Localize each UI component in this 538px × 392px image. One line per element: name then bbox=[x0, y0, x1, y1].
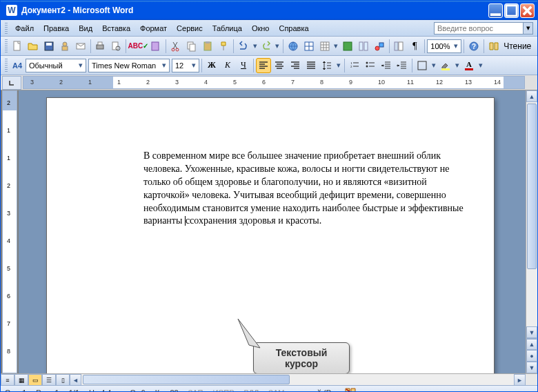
toolbar-grip-2[interactable] bbox=[5, 59, 8, 72]
scroll-up-button[interactable]: ▲ bbox=[526, 90, 537, 102]
menu-insert[interactable]: Вставка bbox=[97, 22, 135, 35]
new-doc-button[interactable] bbox=[10, 39, 25, 54]
select-browse-button[interactable]: ● bbox=[526, 350, 537, 362]
font-color-dropdown[interactable]: ▾ bbox=[477, 58, 484, 73]
copy-button[interactable] bbox=[184, 39, 199, 54]
highlight-button[interactable] bbox=[438, 58, 453, 73]
reading-layout-icon[interactable] bbox=[486, 39, 501, 54]
italic-button[interactable]: К bbox=[220, 58, 235, 73]
excel-button[interactable] bbox=[340, 39, 355, 54]
hscroll-track[interactable] bbox=[81, 374, 514, 385]
outline-view-button[interactable]: ☰ bbox=[42, 374, 56, 386]
font-color-button[interactable]: A bbox=[461, 58, 477, 73]
vscroll-thumb[interactable] bbox=[527, 104, 537, 269]
columns-button[interactable] bbox=[356, 39, 371, 54]
print-button[interactable] bbox=[92, 39, 108, 54]
scroll-left-button[interactable]: ◄ bbox=[70, 374, 81, 386]
align-justify-button[interactable] bbox=[303, 58, 319, 73]
borders-button[interactable] bbox=[415, 58, 430, 73]
menu-view[interactable]: Вид bbox=[74, 22, 97, 35]
paste-button[interactable] bbox=[200, 39, 215, 54]
redo-dropdown[interactable]: ▾ bbox=[275, 39, 281, 54]
status-ovr[interactable]: ЗАМ bbox=[268, 389, 284, 392]
align-right-button[interactable] bbox=[288, 58, 303, 73]
spellcheck-button[interactable]: ABC✓ bbox=[128, 39, 148, 54]
menu-format[interactable]: Формат bbox=[135, 22, 172, 35]
status-trk[interactable]: ИСПР bbox=[212, 389, 234, 392]
table-dropdown[interactable]: ▾ bbox=[333, 39, 339, 54]
scroll-down-button[interactable]: ▼ bbox=[526, 326, 537, 338]
prev-page-button[interactable]: ▲ bbox=[526, 338, 537, 350]
menu-help[interactable]: Справка bbox=[274, 22, 313, 35]
insert-table-button[interactable] bbox=[317, 39, 332, 54]
permissions-button[interactable] bbox=[57, 39, 72, 54]
help-button[interactable]: ? bbox=[466, 39, 481, 54]
line-spacing-button[interactable] bbox=[319, 58, 335, 73]
bullet-list-button[interactable] bbox=[363, 58, 378, 73]
scroll-right-button[interactable]: ► bbox=[514, 374, 526, 386]
print-layout-view-button[interactable]: ▭ bbox=[28, 374, 42, 386]
align-center-button[interactable] bbox=[272, 58, 287, 73]
increase-indent-button[interactable] bbox=[395, 58, 410, 73]
font-combo[interactable]: Times New Roman ▾ bbox=[88, 59, 170, 72]
status-rec[interactable]: ЗАП bbox=[188, 389, 203, 392]
print-preview-button[interactable] bbox=[108, 39, 123, 54]
status-ext[interactable]: ВДЛ bbox=[244, 389, 259, 392]
numbered-list-button[interactable]: 12 bbox=[347, 58, 362, 73]
show-formatting-button[interactable]: ¶ bbox=[407, 39, 422, 54]
reading-layout-button[interactable]: Чтение bbox=[502, 39, 533, 54]
font-size-combo[interactable]: 12 ▾ bbox=[172, 59, 199, 72]
normal-view-button[interactable]: ≡ bbox=[1, 374, 14, 386]
horizontal-ruler[interactable]: 3211234567891011121314 bbox=[23, 76, 525, 89]
minimize-button[interactable] bbox=[488, 3, 503, 18]
help-search-input[interactable] bbox=[434, 22, 524, 35]
open-button[interactable] bbox=[26, 39, 41, 54]
callout: Текстовый курсор bbox=[253, 342, 350, 373]
bold-button[interactable]: Ж bbox=[204, 58, 219, 73]
status-book-icon[interactable] bbox=[345, 388, 356, 392]
status-language[interactable]: русский (Ро bbox=[294, 389, 335, 392]
maximize-button[interactable] bbox=[504, 3, 519, 18]
menu-window[interactable]: Окно bbox=[247, 22, 275, 35]
menu-table[interactable]: Таблица bbox=[208, 22, 247, 35]
menu-tools[interactable]: Сервис bbox=[172, 22, 208, 35]
tab-selector[interactable] bbox=[2, 76, 21, 90]
document-text[interactable]: В современном мире все большее значение … bbox=[143, 150, 468, 228]
save-button[interactable] bbox=[41, 39, 57, 54]
undo-dropdown[interactable]: ▾ bbox=[252, 39, 258, 54]
hyperlink-button[interactable] bbox=[286, 39, 301, 54]
align-left-button[interactable] bbox=[256, 58, 271, 73]
tables-borders-button[interactable] bbox=[301, 39, 317, 54]
next-page-button[interactable]: ▼ bbox=[526, 362, 537, 373]
web-view-button[interactable]: ▦ bbox=[14, 374, 28, 386]
reading-view-button[interactable]: ▯ bbox=[56, 374, 70, 386]
help-search-dropdown[interactable]: ▾ bbox=[524, 22, 533, 35]
underline-button[interactable]: Ч bbox=[236, 58, 251, 73]
vertical-scrollbar[interactable]: ▲ ▼ ▲ ● ▼ bbox=[526, 90, 537, 373]
toolbar-grip[interactable] bbox=[5, 39, 8, 53]
vertical-ruler[interactable]: 2112345678 bbox=[2, 90, 17, 373]
undo-button[interactable] bbox=[236, 39, 251, 54]
cut-button[interactable] bbox=[168, 39, 183, 54]
highlight-dropdown[interactable]: ▾ bbox=[454, 58, 461, 73]
word-app-icon: W bbox=[6, 5, 17, 16]
document-area[interactable]: В современном мире все большее значение … bbox=[19, 90, 526, 373]
menu-file[interactable]: Файл bbox=[10, 22, 39, 35]
styles-pane-button[interactable]: A4 bbox=[10, 58, 25, 73]
format-painter-button[interactable] bbox=[216, 39, 231, 54]
doc-map-button[interactable] bbox=[391, 39, 406, 54]
borders-dropdown[interactable]: ▾ bbox=[430, 58, 437, 73]
style-combo[interactable]: Обычный ▾ bbox=[26, 59, 86, 72]
line-spacing-dropdown[interactable]: ▾ bbox=[335, 58, 342, 73]
drawing-button[interactable] bbox=[372, 39, 387, 54]
close-button[interactable] bbox=[520, 3, 535, 18]
hscroll-thumb[interactable] bbox=[83, 375, 290, 384]
research-button[interactable] bbox=[148, 39, 163, 54]
menu-edit[interactable]: Правка bbox=[39, 22, 74, 35]
decrease-indent-button[interactable] bbox=[379, 58, 394, 73]
redo-button[interactable] bbox=[259, 39, 274, 54]
vscroll-track[interactable] bbox=[526, 102, 537, 326]
menu-grip[interactable] bbox=[5, 23, 8, 34]
email-button[interactable] bbox=[73, 39, 88, 54]
zoom-combo[interactable]: 100% ▾ bbox=[427, 39, 461, 53]
